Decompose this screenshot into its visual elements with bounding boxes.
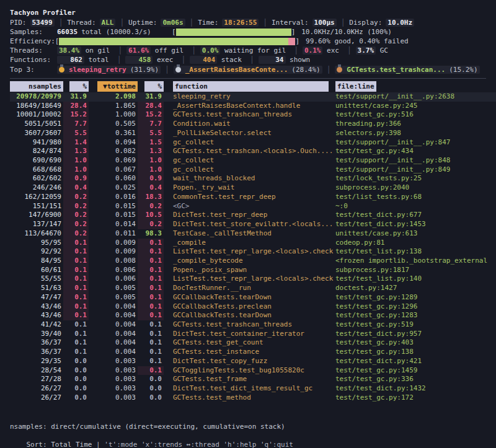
table-row[interactable]: 246/2460.40.0250.4Popen._try_waitsubproc…	[10, 183, 496, 193]
table-row[interactable]: 20978/2097931.92.09831.9sleeping_retryte…	[10, 92, 496, 102]
cumulative-pct-cell: 0.1	[138, 348, 164, 357]
file-line-cell: ~:0	[335, 202, 496, 211]
table-row[interactable]: 55/550.10.0060.1ListTest.test_repr_large…	[10, 275, 496, 284]
tottime-cell: 0.009	[89, 247, 138, 257]
col-tottime[interactable]: ▼tottime	[89, 81, 138, 92]
direct-pct-cell: 0.2	[63, 193, 89, 202]
file-line-cell: test/support/__init__.py:849	[335, 165, 496, 175]
file-line-cell: test/test_dict.py:421	[335, 357, 496, 366]
table-row[interactable]: 51/630.10.0050.1DocTestRunner.__rundocte…	[10, 284, 496, 293]
table-row[interactable]: 39/400.10.0040.1DictTest.test_container_…	[10, 330, 496, 339]
cumulative-pct-cell: 0.1	[138, 284, 164, 293]
tottime-cell: 0.003	[89, 357, 138, 366]
col-direct-pct[interactable]: %	[63, 81, 89, 92]
exc-value: 0.1%	[303, 46, 323, 55]
table-row[interactable]: 92/920.10.0090.1ListTest.test_repr_large…	[10, 247, 496, 257]
direct-pct-cell: 0.1	[63, 320, 89, 330]
file-line-cell: test/support/__init__.py:847	[335, 138, 496, 147]
cumulative-pct-cell: 15.2	[138, 110, 164, 120]
direct-pct-cell: 0.1	[63, 311, 89, 320]
file-line-cell: test/test_gc.py:172	[335, 393, 496, 403]
nsamples-cell: 147/6900	[10, 211, 63, 220]
table-row[interactable]: 151/1510.20.0150.2<GC>~:0	[10, 202, 496, 211]
top3-label: Top 3:	[10, 66, 53, 74]
col-function[interactable]: function	[164, 81, 335, 92]
file-line-cell: test/test_gc.py:1296	[335, 302, 496, 312]
table-row[interactable]: 29/350.00.0030.1DictTest.test_copy_fuzzt…	[10, 357, 496, 366]
nsamples-cell: 26/27	[10, 384, 63, 393]
off-gil-suffix: off gil	[151, 46, 184, 55]
col-nsamples[interactable]: nsamples	[10, 81, 63, 92]
top3-function-name: sleeping_retry	[69, 66, 126, 74]
direct-pct-cell: 0.1	[63, 257, 89, 266]
direct-pct-cell: 0.1	[63, 293, 89, 302]
table-row[interactable]: 137/1470.20.0140.2DictTest.test_store_ev…	[10, 220, 496, 229]
file-line-cell: subprocess.py:1817	[335, 266, 496, 275]
function-cell: <GC>	[164, 202, 335, 211]
tottime-cell: 0.003	[89, 384, 138, 393]
table-row[interactable]: 113/646700.20.01198.3TestCase._callTestM…	[10, 229, 496, 239]
pid-label: PID:	[10, 19, 27, 27]
table-row[interactable]: 41/420.10.0040.1GCTests.test_trashcan_th…	[10, 320, 496, 330]
direct-pct-cell: 1.3	[63, 147, 89, 156]
function-cell: DictTest.test_container_iterator	[164, 330, 335, 339]
top3-bronze[interactable]: GCTests.test_trashcan...(15.2%)	[335, 66, 479, 74]
function-cell: DictTest.test_copy_fuzz	[164, 357, 335, 366]
direct-pct-cell: 0.2	[63, 202, 89, 211]
table-row[interactable]: 18649/1864928.41.86528.4_AssertRaisesBas…	[10, 102, 496, 111]
tottime-cell: 0.006	[89, 275, 138, 284]
table-row[interactable]: 162/120590.20.01618.3CommonTest.test_rep…	[10, 193, 496, 202]
nsamples-cell: 113/64670	[10, 229, 63, 239]
table-row[interactable]: 668/6681.00.0671.0gc_collecttest/support…	[10, 165, 496, 175]
col-cumulative-pct[interactable]: %	[138, 81, 164, 92]
file-line-cell: test/support/__init__.py:848	[335, 156, 496, 165]
nsamples-cell: 95/95	[10, 239, 63, 248]
table-row[interactable]: 47/470.10.0050.1GCCallbackTests.tearDown…	[10, 293, 496, 302]
direct-pct-cell: 0.0	[63, 357, 89, 366]
table-row[interactable]: 26/270.00.0030.0DictTest.test_dict_items…	[10, 384, 496, 393]
efficiency-row: Efficiency: [ ] 99.60% good, 0.40% faile…	[10, 37, 496, 46]
table-row[interactable]: 26/270.00.0030.0GCTests.test_methodtest/…	[10, 393, 496, 403]
top3-gold[interactable]: sleeping_retry(31.9%)	[57, 66, 161, 74]
file-line-cell: doctest.py:1427	[335, 284, 496, 293]
table-row[interactable]: 84/950.10.0080.1_compile_bytecode<frozen…	[10, 257, 496, 266]
table-row[interactable]: 941/9801.40.0941.5gc_collecttest/support…	[10, 138, 496, 147]
direct-pct-cell: 0.1	[63, 266, 89, 275]
table-row[interactable]: 43/460.10.0040.1GCCallbackTests.preclean…	[10, 302, 496, 312]
col-file-line[interactable]: file:line	[335, 81, 496, 92]
direct-pct-cell: 0.1	[63, 330, 89, 339]
cumulative-pct-cell: 1.0	[138, 165, 164, 175]
table-row[interactable]: 3607/36075.50.3615.5_PollLikeSelector.se…	[10, 129, 496, 138]
table-row[interactable]: 27/280.00.0030.0GCTests.test_frametest/t…	[10, 375, 496, 384]
table-row[interactable]: 95/950.10.0090.1_compilecodeop.py:81	[10, 239, 496, 248]
on-gil-value: 38.4%	[57, 46, 81, 55]
function-cell: DictTest.test_repr_deep	[164, 211, 335, 220]
table-row[interactable]: 43/460.10.0040.1GCCallbackTests.tearDown…	[10, 311, 496, 320]
table-row[interactable]: 60/610.10.0060.1Popen._posix_spawnsubpro…	[10, 266, 496, 275]
cumulative-pct-cell: 31.9	[138, 92, 164, 102]
function-cell: sleeping_retry	[164, 92, 335, 102]
nsamples-cell: 60/61	[10, 266, 63, 275]
samples-label: Samples:	[10, 28, 53, 36]
direct-pct-cell: 0.0	[63, 393, 89, 403]
table-row[interactable]: 824/8741.30.0821.3GCTests.test_trashcan.…	[10, 147, 496, 156]
table-row[interactable]: 36/370.10.0040.1GCTests.test_instancetes…	[10, 348, 496, 357]
table-row[interactable]: 602/6020.90.0600.9wait_threads_blockedte…	[10, 174, 496, 183]
nsamples-cell: 36/37	[10, 348, 63, 357]
function-cell: wait_threads_blocked	[164, 174, 335, 183]
gc-suffix: GC	[376, 46, 388, 55]
table-row[interactable]: 5051/50517.70.5057.7Condition.waitthread…	[10, 120, 496, 129]
function-cell: GCTests.test_method	[164, 393, 335, 403]
shown-value: 34	[259, 56, 286, 64]
top3-silver[interactable]: _AssertRaisesBaseConte...(28.4%)	[174, 66, 322, 74]
file-line-cell: test/test_dict.py:677	[335, 211, 496, 220]
table-row[interactable]: 36/370.10.0040.1GCTests.test_get_countte…	[10, 338, 496, 348]
table-row[interactable]: 147/69000.20.01510.5DictTest.test_repr_d…	[10, 211, 496, 220]
table-row[interactable]: 28/540.00.0030.1GCTogglingTests.test_bug…	[10, 366, 496, 376]
file-line-cell: test/test_gc.py:516	[335, 110, 496, 120]
table-row[interactable]: 690/6901.00.0691.0gc_collecttest/support…	[10, 156, 496, 165]
function-cell: TestCase._callTestMethod	[164, 229, 335, 239]
table-row[interactable]: 10001/1000215.21.00015.2GCTests.test_tra…	[10, 110, 496, 120]
separator-pipe: │	[117, 56, 122, 64]
nsamples-cell: 3607/3607	[10, 129, 63, 138]
